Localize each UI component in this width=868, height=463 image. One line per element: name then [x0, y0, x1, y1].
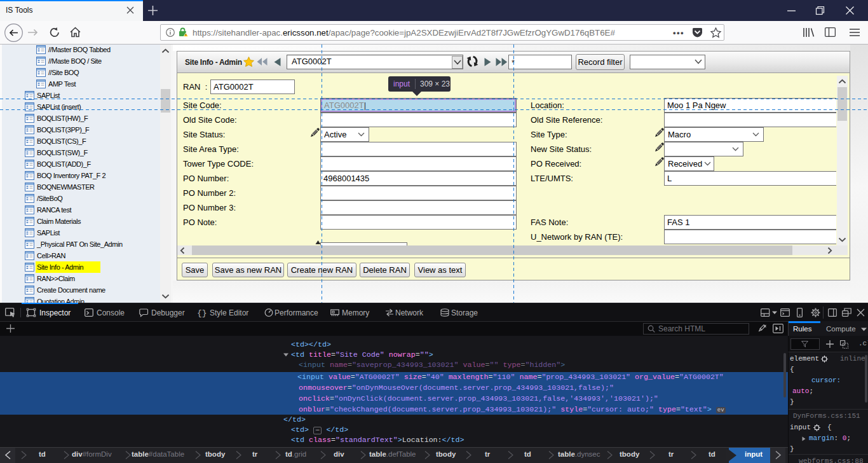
svg-text:{}: {}	[197, 308, 207, 318]
